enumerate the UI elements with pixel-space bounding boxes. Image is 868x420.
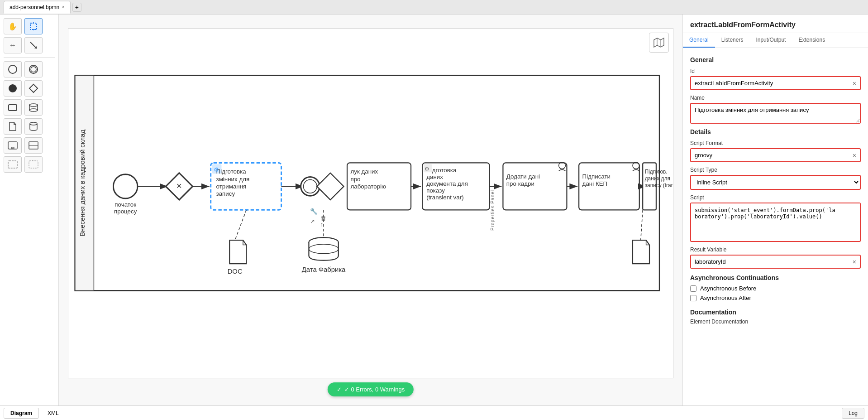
tab-listeners[interactable]: Listeners bbox=[715, 33, 750, 48]
subprocess-shape[interactable] bbox=[4, 137, 22, 154]
svg-text:Внесення даних в кадровий скла: Внесення даних в кадровий склад bbox=[79, 130, 86, 237]
main-area: ✋ ↔ bbox=[0, 14, 868, 406]
data-store-shape[interactable] bbox=[24, 99, 43, 116]
canvas-inner[interactable]: Внесення даних в кадровий склад початок … bbox=[68, 28, 673, 378]
map-button[interactable] bbox=[649, 33, 669, 53]
hand-tool[interactable]: ✋ bbox=[4, 18, 22, 34]
svg-point-14 bbox=[29, 109, 38, 111]
id-input-wrap: × bbox=[690, 76, 861, 90]
selection-shape[interactable] bbox=[24, 156, 43, 173]
async-after-label: Asynchronous After bbox=[700, 294, 751, 301]
script-format-field: Script Format × bbox=[690, 140, 861, 162]
properties-panel: extractLabIdFromFormActivity General Lis… bbox=[682, 14, 868, 406]
status-icon: ✓ bbox=[337, 386, 342, 393]
circle-shape[interactable] bbox=[4, 61, 22, 77]
script-field: Script submission('start_event').formDat… bbox=[690, 194, 861, 242]
file-tab[interactable]: add-personnel.bpmn × bbox=[4, 1, 71, 14]
tool-row-1: ✋ bbox=[4, 18, 55, 34]
svg-point-8 bbox=[9, 84, 17, 92]
async-before-checkbox[interactable] bbox=[690, 285, 696, 292]
rect-shape[interactable] bbox=[4, 99, 22, 116]
log-button[interactable]: Log bbox=[842, 408, 864, 419]
tool-row-8 bbox=[4, 156, 55, 173]
svg-marker-9 bbox=[29, 84, 38, 92]
svg-text:початок: початок bbox=[114, 201, 136, 208]
name-input-wrap bbox=[690, 103, 861, 124]
id-input[interactable] bbox=[691, 77, 849, 89]
svg-text:DOC: DOC bbox=[228, 268, 243, 275]
tab-bar: add-personnel.bpmn × + bbox=[0, 0, 868, 14]
svg-text:↗: ↗ bbox=[310, 218, 315, 225]
id-clear-button[interactable]: × bbox=[849, 78, 860, 89]
result-variable-field: Result Variable × bbox=[690, 246, 861, 269]
async-before-label: Asynchronous Before bbox=[700, 285, 756, 292]
bpmn-diagram: Внесення даних в кадровий склад початок … bbox=[68, 29, 673, 378]
tool-row-3 bbox=[4, 61, 55, 77]
svg-text:запису: запису bbox=[216, 190, 235, 197]
pool-lane-shape[interactable] bbox=[24, 137, 43, 154]
properties-body: General Id × Name Details Script Fo bbox=[683, 48, 868, 406]
svg-marker-86 bbox=[654, 38, 664, 47]
name-input[interactable] bbox=[691, 104, 860, 123]
tab-close-icon[interactable]: × bbox=[62, 5, 65, 10]
svg-text:дані КЕП: дані КЕП bbox=[582, 180, 608, 187]
script-format-label: Script Format bbox=[690, 140, 861, 146]
async-after-checkbox[interactable] bbox=[690, 295, 696, 301]
svg-text:⚙: ⚙ bbox=[424, 166, 429, 172]
script-type-select[interactable]: Inline Script External Resource bbox=[691, 176, 860, 189]
svg-rect-10 bbox=[9, 105, 17, 111]
space-tool[interactable]: ↔ bbox=[4, 37, 22, 53]
bottom-tab-diagram[interactable]: Diagram bbox=[4, 408, 39, 419]
group-shape[interactable] bbox=[4, 156, 22, 173]
script-textarea[interactable]: submission('start_event').formData.prop(… bbox=[691, 203, 860, 240]
tool-row-5 bbox=[4, 99, 55, 116]
bottom-tab-xml[interactable]: XML bbox=[41, 408, 66, 419]
script-format-input-wrap: × bbox=[690, 148, 861, 162]
canvas-area[interactable]: Внесення даних в кадровий склад початок … bbox=[59, 14, 682, 406]
diamond-shape[interactable] bbox=[24, 80, 43, 97]
svg-text:документа для: документа для bbox=[426, 180, 468, 187]
doc-label: Element Documentation bbox=[690, 319, 861, 325]
svg-text:Дата Фабрика: Дата Фабрика bbox=[302, 266, 346, 273]
svg-text:про: про bbox=[350, 176, 360, 183]
svg-text:Підписати: Підписати bbox=[582, 173, 610, 180]
name-field: Name bbox=[690, 95, 861, 124]
async-after-item: Asynchronous After bbox=[690, 294, 861, 301]
section-general: General bbox=[690, 56, 861, 63]
file-tab-label: add-personnel.bpmn bbox=[10, 4, 59, 10]
svg-text:🗑: 🗑 bbox=[320, 215, 326, 222]
bottom-tabs: Diagram XML Log bbox=[0, 406, 868, 420]
result-variable-input[interactable] bbox=[691, 256, 849, 268]
svg-text:⚙: ⚙ bbox=[214, 166, 219, 173]
script-format-clear-button[interactable]: × bbox=[849, 150, 860, 161]
section-details: Details bbox=[690, 128, 861, 135]
tab-extensions[interactable]: Extensions bbox=[792, 33, 831, 48]
double-circle-shape[interactable] bbox=[24, 61, 43, 77]
tool-row-2: ↔ bbox=[4, 37, 55, 53]
script-textarea-wrap: submission('start_event').formData.prop(… bbox=[690, 203, 861, 242]
svg-text:Підготов.: Підготов. bbox=[645, 169, 668, 175]
script-format-input[interactable] bbox=[691, 149, 849, 161]
svg-text:×: × bbox=[176, 180, 182, 191]
add-tab-button[interactable]: + bbox=[72, 3, 81, 12]
database-shape[interactable] bbox=[24, 118, 43, 135]
status-text: ✓ 0 Errors, 0 Warnings bbox=[344, 386, 405, 393]
script-type-select-wrap: Inline Script External Resource bbox=[690, 175, 861, 190]
result-variable-clear-button[interactable]: × bbox=[849, 256, 860, 267]
tab-input-output[interactable]: Input/Output bbox=[749, 33, 792, 48]
lasso-tool[interactable] bbox=[24, 18, 43, 34]
svg-text:змінних для: змінних для bbox=[216, 176, 250, 183]
tab-general[interactable]: General bbox=[683, 33, 715, 48]
document-shape[interactable] bbox=[4, 118, 22, 135]
filled-circle-shape[interactable] bbox=[4, 80, 22, 97]
name-label: Name bbox=[690, 95, 861, 101]
connect-tool[interactable] bbox=[24, 37, 43, 53]
result-variable-label: Result Variable bbox=[690, 246, 861, 253]
status-bar: ✓ ✓ 0 Errors, 0 Warnings bbox=[328, 382, 414, 396]
svg-text:даних для: даних для bbox=[645, 175, 670, 182]
svg-text:Додати дані: Додати дані bbox=[506, 173, 540, 180]
svg-text:даних: даних bbox=[426, 174, 443, 180]
id-field: Id × bbox=[690, 68, 861, 90]
svg-rect-0 bbox=[30, 23, 37, 29]
svg-text:лабораторію: лабораторію bbox=[350, 183, 386, 190]
